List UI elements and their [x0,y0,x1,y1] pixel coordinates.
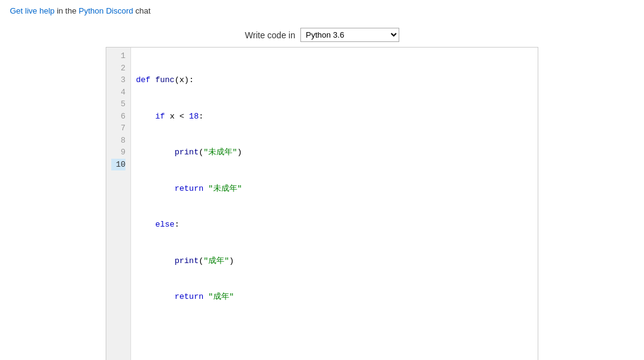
main-content: Write code in Python 3.6 Python 2.7 Java… [0,22,644,360]
code-editor-container: 1 2 3 4 5 6 7 8 9 10 def func(x): if x <… [106,47,538,360]
code-line-3: print("未成年") [136,146,533,159]
code-line-5: else: [136,219,533,231]
top-bar: Get live help in the Python Discord chat [0,0,644,22]
code-line-2: if x < 18: [136,111,533,123]
code-editor[interactable]: 1 2 3 4 5 6 7 8 9 10 def func(x): if x <… [106,48,538,360]
line-num-8: 8 [111,135,125,147]
code-line-7: return "成年" [136,291,533,303]
line-numbers: 1 2 3 4 5 6 7 8 9 10 [106,48,131,360]
code-line-4: return "未成年" [136,183,533,195]
line-num-9: 9 [111,146,125,159]
line-num-2: 2 [111,62,125,75]
in-text: in the [54,6,78,15]
code-text-area[interactable]: def func(x): if x < 18: print("未成年") ret… [131,48,538,360]
code-line-8 [136,327,533,340]
line-num-10: 10 [111,159,125,171]
line-num-4: 4 [111,86,125,99]
line-num-6: 6 [111,111,125,123]
chat-text: chat [133,6,150,15]
line-num-5: 5 [111,98,125,111]
language-row: Write code in Python 3.6 Python 2.7 Java… [245,28,399,42]
language-select[interactable]: Python 3.6 Python 2.7 Java 8 JavaScript … [300,28,399,42]
language-label: Write code in [245,30,295,40]
code-line-1: def func(x): [136,74,533,86]
line-num-7: 7 [111,122,125,135]
line-num-1: 1 [111,50,125,62]
discord-link[interactable]: Python Discord [78,6,133,15]
code-line-6: print("成年") [136,255,533,267]
line-num-3: 3 [111,74,125,86]
live-help-link[interactable]: Get live help [10,6,54,15]
